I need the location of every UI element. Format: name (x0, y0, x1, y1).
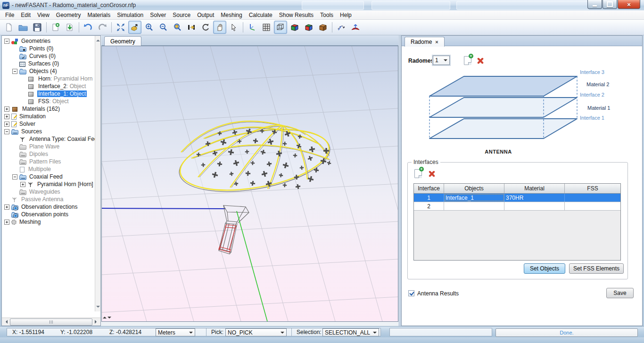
minimize-button[interactable] (587, 0, 602, 9)
col-material[interactable]: Material (504, 184, 565, 193)
save-button[interactable]: Save (606, 288, 634, 298)
move-step-icon[interactable] (185, 21, 198, 34)
tree-item-interface-2[interactable]: Interface_2 : Object (2, 82, 95, 90)
tree-item-fss[interactable]: FSS : Object (2, 98, 95, 105)
open-project-icon[interactable] (17, 21, 30, 34)
pan-tool-icon[interactable] (213, 21, 226, 34)
menu-geometry[interactable]: Geometry (53, 11, 84, 19)
zoom-out-icon[interactable] (157, 21, 170, 34)
tree-vertical-scrollbar[interactable] (95, 36, 100, 311)
far-field-tool-icon[interactable] (349, 21, 362, 34)
tree-item-observation-directions[interactable]: Observation directions (2, 203, 95, 211)
close-button[interactable]: × (618, 0, 640, 9)
units-select[interactable]: Meters (156, 328, 195, 336)
tree-item-solver[interactable]: Solver (2, 120, 95, 128)
tree-item-dipoles[interactable]: Dipoles (2, 150, 95, 158)
tree-item-interface-1-selected[interactable]: Interface_1 : Object (2, 90, 95, 98)
scroll-left-icon[interactable] (2, 318, 9, 326)
menu-calculate[interactable]: Calculate (246, 11, 276, 19)
import-file-icon[interactable] (63, 21, 76, 34)
new-document-icon[interactable] (2, 21, 16, 34)
col-fss[interactable]: FSS (565, 184, 620, 193)
pick-select[interactable]: NO_PICK (225, 328, 287, 336)
expand-icon[interactable] (4, 114, 9, 119)
tree-item-observation-points[interactable]: Observation points (2, 211, 95, 218)
tree-item-points[interactable]: Points (0) (2, 45, 95, 52)
expand-icon[interactable] (4, 106, 9, 112)
add-item-icon[interactable] (49, 21, 62, 34)
expand-icon[interactable] (4, 204, 9, 210)
delete-radome-icon[interactable] (477, 57, 484, 64)
expand-icon[interactable] (4, 122, 9, 127)
tree-item-horn[interactable]: Horn : Pyramidal Horn (2, 75, 95, 82)
tab-geometry[interactable]: Geometry (104, 36, 141, 46)
collapse-icon[interactable] (4, 39, 9, 44)
tree-item-plane-wave[interactable]: Plane Wave (2, 143, 95, 150)
set-objects-button[interactable]: Set Objects (524, 263, 565, 274)
add-radome-icon[interactable] (464, 56, 471, 65)
collapse-icon[interactable] (12, 174, 17, 180)
rotate-view-icon[interactable] (199, 21, 212, 34)
materials-view-icon[interactable] (316, 21, 330, 34)
title-bar[interactable]: nF - newFASANT - Radomo_material_conGros… (0, 0, 644, 11)
select-cursor-icon[interactable] (227, 21, 240, 34)
tree-horizontal-scrollbar[interactable] (2, 318, 100, 326)
tab-radome[interactable]: Radome × (405, 37, 445, 47)
tree-item-curves[interactable]: Curves (0) (2, 52, 95, 60)
tree-item-geometries[interactable]: Geometries (2, 37, 95, 45)
selection-select[interactable]: SELECTION_ALL (322, 328, 379, 336)
zoom-window-icon[interactable] (171, 21, 184, 34)
delete-interface-icon[interactable] (429, 171, 435, 177)
menu-output[interactable]: Output (194, 11, 217, 19)
tree-item-antenna-type[interactable]: Antenna Type: Coaxial Feed (2, 135, 95, 143)
3d-canvas[interactable] (101, 46, 398, 322)
solid-edges-view-icon[interactable] (302, 21, 315, 34)
antenna-results-checkbox[interactable] (408, 290, 414, 296)
solid-view-icon[interactable] (288, 21, 301, 34)
menu-source[interactable]: Source (169, 11, 194, 19)
tree-item-pattern-files[interactable]: Pattern Files (2, 158, 95, 165)
table-row[interactable]: 2 (414, 202, 620, 211)
radomes-select[interactable]: 1 (433, 56, 450, 65)
col-objects[interactable]: Objects (444, 184, 504, 193)
menu-tools[interactable]: Tools (317, 11, 337, 19)
viewport-scroll-arrows[interactable] (103, 315, 111, 320)
menu-materials[interactable]: Materials (84, 11, 114, 19)
set-fss-elements-button[interactable]: Set FSS Elements (569, 263, 624, 274)
tree-item-meshing[interactable]: Meshing (2, 218, 95, 226)
wireframe-view-icon[interactable] (274, 21, 287, 34)
menu-simulation[interactable]: Simulation (114, 11, 147, 19)
menu-solver[interactable]: Solver (147, 11, 169, 19)
redo-icon[interactable] (96, 21, 109, 34)
grid-view-icon[interactable] (260, 21, 273, 34)
rotate-arc-tool-icon[interactable] (335, 21, 348, 34)
close-tab-icon[interactable]: × (435, 40, 438, 45)
menu-meshing[interactable]: Meshing (217, 11, 245, 19)
tree-item-surfaces[interactable]: Surfaces (0) (2, 60, 95, 67)
menu-edit[interactable]: Edit (17, 11, 34, 19)
tree-item-coaxial-feed[interactable]: Coaxial Feed (2, 173, 95, 180)
collapse-icon[interactable] (12, 69, 17, 74)
expand-icon[interactable] (20, 182, 25, 187)
tree-item-objects[interactable]: Objects (4) (2, 67, 95, 75)
collapse-icon[interactable] (4, 129, 9, 134)
zoom-fit-icon[interactable] (114, 21, 127, 34)
undo-icon[interactable] (82, 21, 95, 34)
menu-help[interactable]: Help (337, 11, 355, 19)
axes-tool-icon[interactable] (246, 21, 259, 34)
col-interface[interactable]: Interface (414, 184, 444, 193)
maximize-button[interactable] (603, 0, 617, 9)
table-row-selected[interactable]: 1 Interface_1 370HR (414, 194, 620, 202)
zoom-in-icon[interactable] (142, 21, 156, 34)
tree-item-passive-antenna[interactable]: Passive Antenna (2, 196, 95, 203)
scroll-right-icon[interactable] (93, 318, 100, 326)
tree-item-simulation[interactable]: Simulation (2, 113, 95, 120)
menu-view[interactable]: View (34, 11, 53, 19)
tree-item-waveguides[interactable]: Waveguides (2, 188, 95, 196)
tree-item-pyramidal-horn[interactable]: Pyramidal Horn [Horn] (2, 180, 95, 188)
expand-icon[interactable] (4, 220, 9, 225)
menu-file[interactable]: File (2, 11, 17, 19)
add-interface-icon[interactable] (414, 169, 422, 178)
scrollbar-thumb[interactable] (10, 318, 92, 326)
tree-item-multipole[interactable]: Multipole (2, 165, 95, 173)
